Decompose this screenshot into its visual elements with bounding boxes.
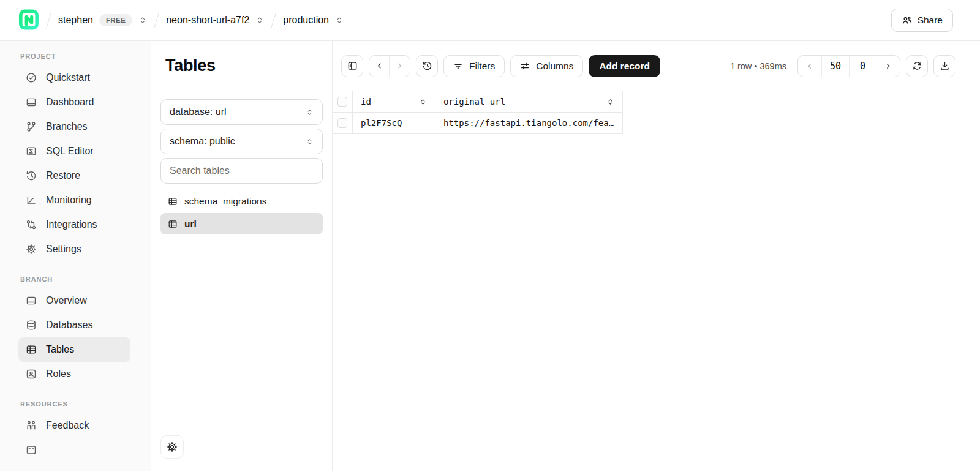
table-icon: [168, 197, 178, 206]
table-icon: [26, 344, 37, 355]
gear-icon: [167, 441, 178, 452]
column-header-label: id: [361, 97, 371, 107]
column-header-original-url[interactable]: original_url: [435, 91, 623, 113]
table-toolbar: Filters Columns Add record 1 row • 369ms: [333, 41, 980, 91]
table-row[interactable]: pl2F7ScQ https://fastapi.tiangolo.com/fe…: [333, 113, 980, 134]
sidebar-section-branch: BRANCH Overview Databases Tables: [18, 275, 130, 386]
breadcrumb-branch[interactable]: production: [283, 15, 344, 26]
chevron-right-icon: [884, 62, 892, 70]
forward-button[interactable]: [390, 56, 410, 77]
breadcrumb-project[interactable]: neon-short-url-a7f2: [166, 15, 264, 26]
gear-icon: [26, 244, 37, 255]
cell-value: pl2F7ScQ: [361, 118, 402, 128]
user-square-icon: [26, 369, 37, 380]
sidebar-item-dashboard[interactable]: Dashboard: [18, 90, 130, 114]
adjustments-icon: [520, 61, 530, 71]
table-list-item-schema-migrations[interactable]: schema_migrations: [160, 190, 323, 212]
sidebar-item-label: Settings: [46, 244, 81, 255]
breadcrumb-divider: [271, 12, 276, 28]
sidebar-item-label: Tables: [46, 344, 74, 355]
columns-button[interactable]: Columns: [510, 55, 583, 77]
pagination-group: 50 0: [797, 55, 900, 77]
table-list-item-url[interactable]: url: [160, 213, 323, 234]
breadcrumb-divider: [154, 12, 159, 28]
data-grid: id original_url pl2F7ScQ: [333, 91, 980, 134]
sort-updown-icon[interactable]: [419, 98, 427, 106]
sidebar-item-integrations[interactable]: Integrations: [18, 212, 130, 237]
sort-updown-icon[interactable]: [606, 98, 614, 106]
row-checkbox[interactable]: [337, 118, 347, 128]
plan-badge: FREE: [99, 14, 132, 26]
sidebar-section-resources: RESOURCES Feedback: [18, 400, 130, 462]
sidebar-item-branches[interactable]: Branches: [18, 114, 130, 139]
sidebar-item-sql-editor[interactable]: SQL Editor: [18, 139, 130, 163]
page-offset-field[interactable]: 0: [849, 56, 876, 77]
sidebar-item-feedback[interactable]: Feedback: [18, 413, 130, 438]
sidebar-section-project: PROJECT Quickstart Dashboard Branches: [18, 53, 130, 261]
refresh-button[interactable]: [906, 55, 928, 77]
page-next-button[interactable]: [876, 56, 900, 77]
cell-original-url[interactable]: https://fastapi.tiangolo.com/fea…: [435, 113, 623, 134]
panel-settings-button[interactable]: [160, 435, 184, 459]
select-all-cell: [333, 91, 353, 113]
sidebar-section-title: BRANCH: [20, 275, 130, 283]
select-all-checkbox[interactable]: [337, 97, 347, 107]
sidebar-item-overview[interactable]: Overview: [18, 288, 130, 313]
column-header-label: original_url: [443, 97, 505, 107]
breadcrumb-org[interactable]: stephen FREE: [58, 14, 147, 26]
row-select-cell: [333, 113, 353, 134]
sidebar-item-label: Databases: [46, 320, 93, 331]
sidebar-item-restore[interactable]: Restore: [18, 163, 130, 188]
chevron-updown-icon[interactable]: [138, 16, 147, 24]
check-circle-icon: [26, 72, 37, 83]
project-sidebar: PROJECT Quickstart Dashboard Branches: [0, 41, 151, 471]
neon-logo-icon[interactable]: [18, 9, 39, 31]
chevron-updown-icon: [306, 138, 314, 146]
query-history-button[interactable]: [416, 55, 438, 77]
add-record-button[interactable]: Add record: [589, 55, 660, 77]
schema-select-value: schema: public: [170, 136, 235, 147]
database-select[interactable]: database: url: [160, 99, 323, 125]
search-tables-input[interactable]: [160, 158, 323, 184]
download-icon: [940, 61, 950, 71]
page-prev-button[interactable]: [798, 56, 821, 77]
schema-select[interactable]: schema: public: [160, 129, 323, 154]
sidebar-item-quickstart[interactable]: Quickstart: [18, 66, 130, 90]
columns-label: Columns: [536, 61, 573, 72]
sql-editor-icon: [26, 146, 37, 157]
panel-collapse-icon: [347, 61, 358, 71]
page-size-field[interactable]: 50: [821, 56, 849, 77]
sidebar-item-monitoring[interactable]: Monitoring: [18, 188, 130, 212]
history-clock-icon: [26, 170, 37, 181]
git-branch-icon: [26, 121, 37, 132]
share-label: Share: [918, 15, 943, 26]
chevron-right-icon: [395, 61, 404, 70]
app-header: stephen FREE neon-short-url-a7f2 product…: [0, 0, 980, 41]
grid-header-row: id original_url: [333, 91, 980, 113]
chevron-left-icon: [805, 62, 814, 70]
chevron-updown-icon[interactable]: [335, 16, 344, 24]
query-status-text: 1 row • 369ms: [730, 61, 786, 71]
refresh-icon: [912, 61, 922, 71]
sidebar-item-roles[interactable]: Roles: [18, 362, 130, 386]
collapse-panel-button[interactable]: [341, 55, 363, 77]
back-button[interactable]: [369, 56, 390, 77]
column-header-id[interactable]: id: [353, 91, 435, 113]
download-button[interactable]: [933, 55, 956, 77]
window-icon: [26, 295, 37, 306]
sidebar-item-label: Branches: [46, 121, 88, 132]
chevron-updown-icon[interactable]: [255, 16, 264, 24]
sidebar-item-settings[interactable]: Settings: [18, 237, 130, 261]
sidebar-item-partial[interactable]: [18, 438, 130, 462]
database-icon: [26, 320, 37, 331]
sidebar-item-databases[interactable]: Databases: [18, 313, 130, 337]
sidebar-item-label: Quickstart: [46, 72, 90, 83]
sidebar-item-label: Integrations: [46, 219, 97, 230]
sidebar-item-label: Roles: [46, 369, 71, 380]
share-button[interactable]: Share: [891, 9, 953, 32]
filters-button[interactable]: Filters: [443, 55, 505, 77]
table-list: schema_migrations url: [151, 184, 332, 236]
cell-id[interactable]: pl2F7ScQ: [353, 113, 435, 134]
sidebar-item-tables[interactable]: Tables: [18, 337, 130, 362]
sidebar-item-label: Restore: [46, 170, 80, 181]
